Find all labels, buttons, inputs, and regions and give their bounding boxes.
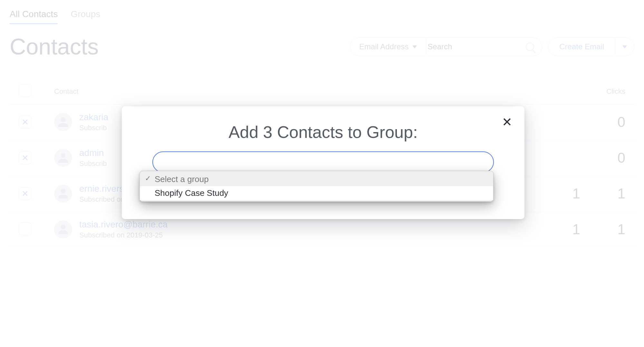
contact-email: admin (79, 148, 107, 158)
page-header: Contacts Email Address Create Email (10, 34, 634, 60)
contact-subline: Subscrib (79, 159, 107, 168)
contact-email: tasia.rivero@barrie.ca (79, 219, 168, 230)
close-icon[interactable]: ✕ (502, 116, 512, 128)
tabs: All Contacts Groups (10, 9, 634, 24)
tab-groups[interactable]: Groups (71, 9, 100, 24)
group-select-dropdown[interactable]: Select a group Shopify Case Study (139, 171, 494, 202)
avatar (54, 149, 72, 167)
avatar (54, 113, 72, 131)
header-controls: Email Address Create Email (350, 37, 634, 56)
search-field[interactable] (420, 37, 542, 56)
row-value: 1 (580, 186, 625, 202)
create-email-label: Create Email (548, 42, 615, 51)
table-header: Contact Clicks (10, 79, 634, 104)
add-to-group-modal: ✕ Add 3 Contacts to Group: Cancel Add To… (122, 106, 524, 219)
row-value: 1 (535, 186, 580, 202)
deselect-button[interactable]: ✕ (19, 116, 32, 129)
deselect-button[interactable]: ✕ (19, 151, 32, 164)
row-checkbox[interactable] (19, 222, 32, 235)
select-all-checkbox[interactable] (19, 84, 32, 97)
column-contact: Contact (54, 87, 535, 96)
chevron-down-icon (412, 45, 417, 48)
filter-dropdown[interactable]: Email Address (350, 37, 426, 56)
contact-subline: Subscrib (79, 124, 108, 132)
chevron-down-icon (622, 45, 627, 48)
deselect-button[interactable]: ✕ (19, 187, 32, 200)
page-title: Contacts (10, 34, 99, 60)
group-select[interactable] (152, 151, 494, 173)
search-input[interactable] (428, 42, 518, 51)
contact-email: zakaria (79, 112, 108, 122)
row-value: 1 (580, 221, 625, 237)
dropdown-option[interactable]: Shopify Case Study (140, 186, 493, 200)
row-value: 0 (580, 114, 625, 130)
search-icon (526, 43, 534, 51)
row-value: 1 (535, 221, 580, 237)
avatar (54, 185, 72, 203)
create-email-caret[interactable] (615, 38, 634, 56)
column-clicks: Clicks (580, 87, 625, 96)
tab-all-contacts[interactable]: All Contacts (10, 9, 58, 24)
modal-title: Add 3 Contacts to Group: (137, 122, 510, 142)
row-value: 0 (580, 150, 625, 166)
avatar (54, 220, 72, 238)
filter-label: Email Address (359, 42, 409, 51)
contact-subline: Subscribed on 2019-03-25 (79, 231, 168, 239)
dropdown-option-placeholder[interactable]: Select a group (140, 172, 493, 186)
create-email-button[interactable]: Create Email (548, 37, 634, 56)
